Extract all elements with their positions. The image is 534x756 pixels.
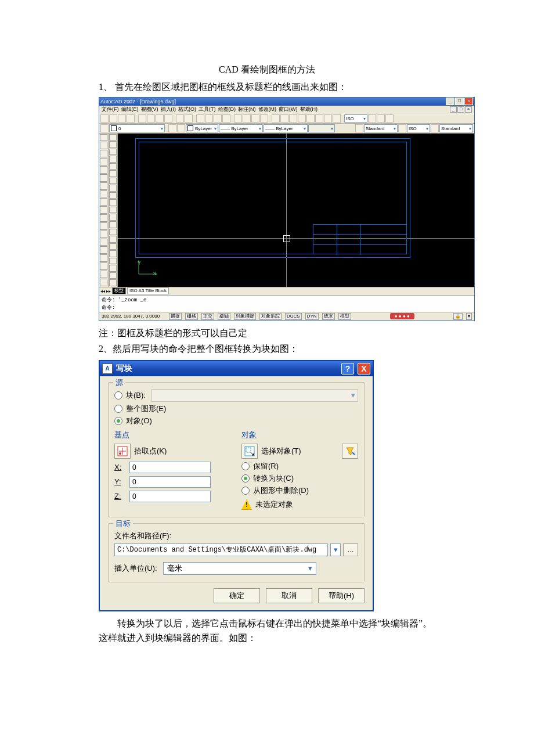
tool-join-icon[interactable] (109, 221, 117, 228)
cancel-button[interactable]: 取消 (266, 588, 312, 603)
tool-paste-icon[interactable] (156, 114, 164, 123)
tool-scale-icon[interactable] (109, 185, 117, 192)
tool-tp-icon[interactable] (251, 114, 259, 123)
radio-block[interactable] (114, 391, 122, 399)
tool-dim5-icon[interactable] (306, 114, 315, 123)
tool-mirror-icon[interactable] (109, 149, 117, 156)
block-name-dropdown[interactable]: ▾ (151, 389, 358, 402)
tool-dim8-icon[interactable] (333, 114, 341, 123)
select-objects-button[interactable] (241, 444, 258, 459)
comm-center-icon[interactable]: ● ● ● ● (390, 313, 414, 319)
tool-copy2-icon[interactable] (109, 141, 117, 148)
layer-dropdown[interactable]: 0▾ (109, 124, 165, 132)
color-icon[interactable] (168, 124, 176, 132)
tool-plot-icon[interactable] (127, 114, 135, 123)
doc-min-icon[interactable]: _ (450, 106, 457, 113)
tool-prop-icon[interactable] (234, 114, 242, 123)
layer-mgr-icon[interactable] (100, 124, 109, 132)
tool-pline-icon[interactable] (100, 150, 107, 157)
tool-dim-icon[interactable] (272, 114, 280, 123)
tool-dim2-icon[interactable] (280, 114, 288, 123)
tool-spline-icon[interactable] (100, 198, 107, 206)
menu-file[interactable]: 文件(F) (102, 106, 119, 113)
tool-move-icon[interactable] (109, 170, 117, 177)
dimstyle-dropdown[interactable]: ISO▾ (344, 114, 367, 123)
tool-dc-icon[interactable] (243, 114, 251, 123)
menu-dim[interactable]: 标注(N) (238, 106, 256, 113)
status-ortho[interactable]: 正交 (201, 313, 214, 320)
pick-point-button[interactable] (114, 444, 131, 459)
command-line[interactable]: 命令: '_zoom _e 命令: (99, 295, 474, 312)
quick-select-button[interactable] (342, 444, 358, 459)
doc-close-icon[interactable]: × (465, 106, 472, 113)
tool-circle-icon[interactable] (100, 182, 107, 190)
menu-insert[interactable]: 插入(I) (161, 106, 176, 113)
status-otrack[interactable]: 对象追踪 (259, 313, 282, 320)
tool-copy-icon[interactable] (147, 114, 155, 123)
y-input[interactable]: 0 (129, 476, 211, 488)
radio-convert[interactable] (241, 474, 250, 483)
status-polar[interactable]: 极轴 (218, 313, 230, 320)
menu-edit[interactable]: 编辑(E) (121, 106, 139, 113)
tab-layout-1[interactable]: ISO A3 Title Block (127, 287, 169, 294)
tool-chamfer-icon[interactable] (109, 229, 117, 236)
tool-xline-icon[interactable] (100, 142, 107, 149)
tool-poly-icon[interactable] (100, 158, 107, 165)
tablestyle-icon[interactable] (398, 124, 406, 132)
tool-ellipse-icon[interactable] (100, 206, 107, 214)
dialog-close-icon[interactable]: X (358, 363, 370, 375)
tool-open-icon[interactable] (109, 114, 117, 123)
tool-rotate-icon[interactable] (109, 178, 117, 185)
tool-a1-icon[interactable] (368, 114, 376, 123)
filepath-input[interactable]: C:\Documents and Settings\专业版CAXA\桌面\新块.… (114, 543, 328, 556)
tool-mtext-icon[interactable] (100, 279, 107, 286)
tab-model[interactable]: 模型 (112, 287, 126, 294)
status-lock-icon[interactable]: 🔒 (453, 313, 463, 320)
linetype-dropdown[interactable]: —— ByLayer▾ (219, 124, 263, 132)
plotstyle-dropdown[interactable]: ▾ (308, 124, 335, 132)
tool-ssm-icon[interactable] (260, 114, 268, 123)
tool-cut-icon[interactable] (138, 114, 146, 123)
status-model[interactable]: 模型 (338, 313, 351, 320)
tool-array-icon[interactable] (109, 163, 117, 170)
textstyle-icon[interactable] (355, 124, 363, 132)
dimstyle2-dropdown[interactable]: ISO▾ (407, 124, 430, 132)
status-snap[interactable]: 捕捉 (169, 313, 182, 320)
tool-save-icon[interactable] (118, 114, 126, 123)
tool-extend-icon[interactable] (109, 207, 117, 214)
tool-offset-icon[interactable] (109, 156, 117, 163)
lineweight-dropdown[interactable]: —— ByLayer▾ (264, 124, 308, 132)
tool-m1-icon[interactable] (109, 250, 117, 257)
menu-help[interactable]: 帮助(H) (300, 106, 318, 113)
tool-stretch-icon[interactable] (109, 192, 117, 199)
tool-revcloud-icon[interactable] (100, 190, 107, 198)
menu-modify[interactable]: 修改(M) (258, 106, 277, 113)
tool-table-icon[interactable] (100, 271, 107, 278)
maximize-button[interactable]: □ (455, 98, 464, 105)
tool-break-icon[interactable] (109, 214, 117, 221)
tablestyle-dropdown[interactable]: Standard▾ (439, 124, 473, 132)
radio-entire-drawing[interactable] (114, 405, 122, 413)
menu-tools[interactable]: 工具(T) (199, 106, 216, 113)
tool-explode-icon[interactable] (109, 243, 117, 250)
tool-ellarc-icon[interactable] (100, 214, 107, 222)
status-lwt[interactable]: 线宽 (322, 313, 335, 320)
drawing-canvas[interactable]: Y X (118, 134, 474, 287)
radio-delete[interactable] (241, 487, 250, 495)
ltype-icon[interactable] (177, 124, 185, 132)
tool-pan-icon[interactable] (196, 114, 204, 123)
menu-format[interactable]: 格式(O) (178, 106, 196, 113)
tool-m3-icon[interactable] (109, 265, 117, 272)
tool-point-icon[interactable] (100, 239, 107, 246)
tool-fillet-icon[interactable] (109, 236, 117, 243)
tstyle-icon[interactable] (431, 124, 439, 132)
help-button[interactable]: 帮助(H) (318, 588, 365, 603)
tool-dim6-icon[interactable] (315, 114, 323, 123)
tool-undo-icon[interactable] (176, 114, 184, 123)
tool-dim3-icon[interactable] (289, 114, 297, 123)
tab-arrow-right-icon[interactable]: ▸▸ (106, 289, 111, 294)
tool-zoomwin-icon[interactable] (214, 114, 222, 123)
z-input[interactable]: 0 (129, 491, 211, 502)
tool-region-icon[interactable] (100, 262, 107, 270)
tool-m2-icon[interactable] (109, 258, 117, 265)
